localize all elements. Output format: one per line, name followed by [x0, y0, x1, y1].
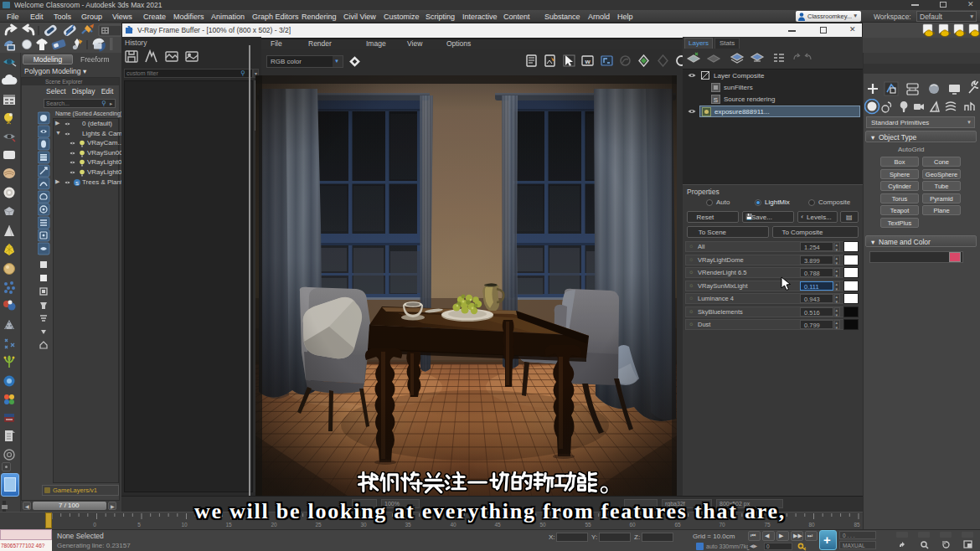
svg-text:S: S	[75, 181, 79, 186]
svg-text:w: w	[584, 58, 591, 65]
svg-text:S: S	[714, 96, 718, 104]
